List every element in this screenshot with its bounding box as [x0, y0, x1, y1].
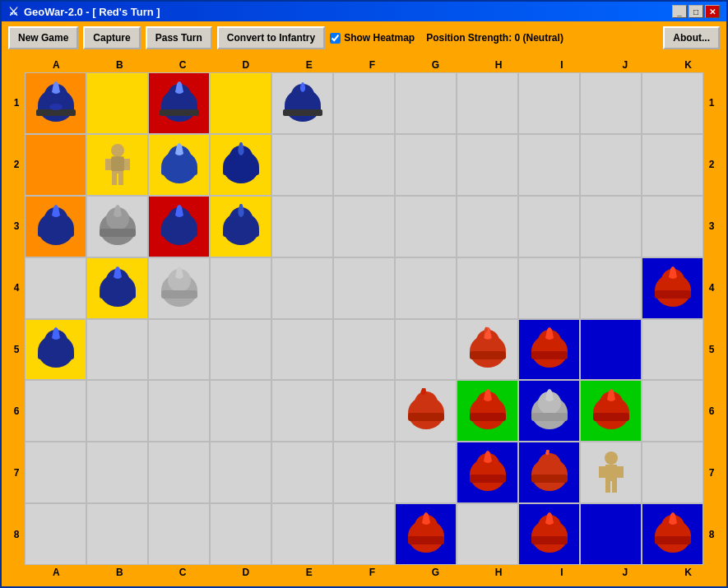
cell-J1[interactable]: [580, 72, 642, 134]
cell-A3[interactable]: [25, 196, 86, 257]
cell-C5[interactable]: [148, 319, 210, 381]
cell-A1[interactable]: [25, 72, 86, 134]
cell-B8[interactable]: [86, 503, 148, 565]
cell-D3[interactable]: [210, 196, 271, 257]
cell-A8[interactable]: [25, 503, 86, 565]
cell-B6[interactable]: [86, 380, 148, 442]
cell-F7[interactable]: [333, 442, 395, 503]
cell-E3[interactable]: [271, 196, 333, 257]
cell-F6[interactable]: [333, 380, 395, 442]
cell-E8[interactable]: [271, 503, 333, 565]
cell-K4[interactable]: [642, 257, 703, 319]
cell-F3[interactable]: [333, 196, 395, 257]
cell-D7[interactable]: [210, 442, 271, 503]
cell-I7[interactable]: [518, 442, 580, 503]
pass-turn-button[interactable]: Pass Turn: [146, 26, 212, 49]
cell-I5[interactable]: [518, 319, 580, 381]
cell-G3[interactable]: [395, 196, 457, 257]
cell-C4[interactable]: [148, 257, 210, 319]
cell-D1[interactable]: [210, 72, 271, 134]
convert-button[interactable]: Convert to Infantry: [217, 26, 325, 49]
cell-D4[interactable]: [210, 257, 271, 319]
cell-F4[interactable]: [333, 257, 395, 319]
cell-B3[interactable]: [86, 196, 148, 257]
cell-G4[interactable]: [395, 257, 457, 319]
show-heatmap-label[interactable]: Show Heatmap: [330, 32, 415, 44]
cell-H1[interactable]: [457, 72, 518, 134]
cell-H3[interactable]: [457, 196, 518, 257]
cell-G7[interactable]: [395, 442, 457, 503]
cell-E4[interactable]: [271, 257, 333, 319]
cell-I2[interactable]: [518, 134, 580, 196]
cell-E7[interactable]: [271, 442, 333, 503]
cell-F1[interactable]: [333, 72, 395, 134]
cell-H5[interactable]: [457, 319, 518, 381]
cell-C3[interactable]: [148, 196, 210, 257]
cell-A7[interactable]: [25, 442, 86, 503]
cell-C6[interactable]: [148, 380, 210, 442]
cell-K6[interactable]: [642, 380, 703, 442]
cell-H4[interactable]: [457, 257, 518, 319]
cell-K3[interactable]: [642, 196, 703, 257]
cell-D8[interactable]: [210, 503, 271, 565]
cell-H7[interactable]: [457, 442, 518, 503]
cell-K8[interactable]: [642, 503, 703, 565]
cell-J4[interactable]: [580, 257, 642, 319]
cell-J6[interactable]: [580, 380, 642, 442]
cell-C1[interactable]: [148, 72, 210, 134]
cell-A5[interactable]: [25, 319, 86, 381]
cell-A4[interactable]: [25, 257, 86, 319]
minimize-button[interactable]: _: [672, 5, 687, 18]
cell-J3[interactable]: [580, 196, 642, 257]
cell-D2[interactable]: [210, 134, 271, 196]
cell-I4[interactable]: [518, 257, 580, 319]
show-heatmap-checkbox[interactable]: [330, 33, 341, 44]
close-button[interactable]: ✕: [705, 5, 720, 18]
cell-D6[interactable]: [210, 380, 271, 442]
cell-J8[interactable]: [580, 503, 642, 565]
cell-C7[interactable]: [148, 442, 210, 503]
cell-G5[interactable]: [395, 319, 457, 381]
cell-K5[interactable]: [642, 319, 703, 381]
cell-B7[interactable]: [86, 442, 148, 503]
cell-H6[interactable]: [457, 380, 518, 442]
about-button[interactable]: About...: [663, 26, 720, 49]
cell-F5[interactable]: [333, 319, 395, 381]
cell-I6[interactable]: [518, 380, 580, 442]
cell-K2[interactable]: [642, 134, 703, 196]
cell-A6[interactable]: [25, 380, 86, 442]
maximize-button[interactable]: □: [689, 5, 703, 18]
cell-F8[interactable]: [333, 503, 395, 565]
cell-C8[interactable]: [148, 503, 210, 565]
cell-B1[interactable]: [86, 72, 148, 134]
grid-container: A B C D E F G H I J K 1 2 3 4: [8, 58, 720, 580]
capture-button[interactable]: Capture: [83, 26, 140, 49]
cell-I3[interactable]: [518, 196, 580, 257]
cell-G2[interactable]: [395, 134, 457, 196]
cell-E5[interactable]: [271, 319, 333, 381]
cell-J2[interactable]: [580, 134, 642, 196]
cell-B4[interactable]: [86, 257, 148, 319]
cell-E1[interactable]: [271, 72, 333, 134]
cell-E2[interactable]: [271, 134, 333, 196]
cell-C2[interactable]: [148, 134, 210, 196]
cell-D5[interactable]: [210, 319, 271, 381]
cell-J7[interactable]: [580, 442, 642, 503]
cell-H2[interactable]: [457, 134, 518, 196]
cell-H8[interactable]: [457, 503, 518, 565]
cell-E6[interactable]: [271, 380, 333, 442]
cell-G1[interactable]: [395, 72, 457, 134]
cell-K1[interactable]: [642, 72, 703, 134]
svg-rect-83: [408, 536, 444, 544]
new-game-button[interactable]: New Game: [8, 26, 78, 49]
cell-G6[interactable]: [395, 380, 457, 442]
cell-I8[interactable]: [518, 503, 580, 565]
cell-J5[interactable]: [580, 319, 642, 381]
cell-A2[interactable]: [25, 134, 86, 196]
cell-I1[interactable]: [518, 72, 580, 134]
cell-B5[interactable]: [86, 319, 148, 381]
cell-G8[interactable]: [395, 503, 457, 565]
cell-F2[interactable]: [333, 134, 395, 196]
cell-B2[interactable]: [86, 134, 148, 196]
cell-K7[interactable]: [642, 442, 703, 503]
